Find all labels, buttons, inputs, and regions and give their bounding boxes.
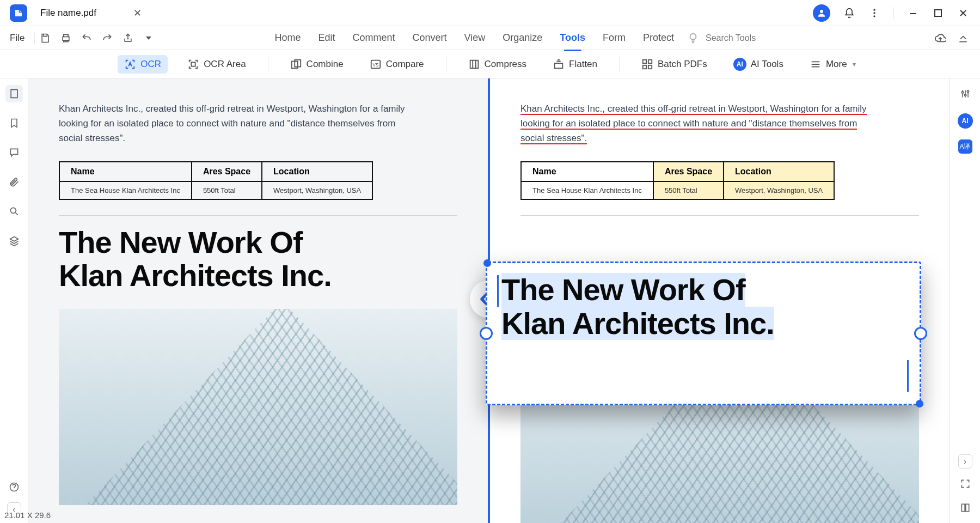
bell-icon[interactable] [843, 7, 855, 19]
svg-point-22 [961, 92, 963, 93]
svg-rect-14 [555, 63, 563, 68]
menubar: File Home Edit Comment Convert View Orga… [0, 26, 980, 50]
page-title-left: The New Work Of Klan Architects Inc. [59, 226, 457, 293]
file-tab-label: File name.pdf [40, 8, 96, 19]
compare-icon: VS [370, 58, 382, 70]
user-avatar[interactable] [813, 4, 830, 22]
close-tab-icon[interactable]: ✕ [129, 7, 146, 19]
left-rail: ‹ [0, 78, 28, 523]
more-icon [810, 58, 822, 70]
thumbnails-icon[interactable] [5, 85, 23, 102]
compress-icon [468, 58, 480, 70]
svg-point-0 [820, 10, 823, 13]
tab-tools[interactable]: Tools [560, 29, 585, 47]
text-cursor-start [497, 275, 499, 307]
tab-protect[interactable]: Protect [643, 29, 674, 47]
window-close-icon[interactable] [957, 7, 969, 19]
selection-handle-right[interactable] [914, 327, 927, 340]
file-menu[interactable]: File [4, 31, 30, 46]
editable-title[interactable]: The New Work Of Klan Architects Inc. [501, 273, 905, 340]
redo-icon[interactable] [101, 32, 113, 44]
bookmark-icon[interactable] [5, 114, 23, 132]
svg-rect-15 [643, 59, 646, 63]
flatten-button[interactable]: Flatten [546, 55, 604, 74]
file-tab[interactable]: File name.pdf ✕ [32, 0, 155, 26]
cloud-upload-icon[interactable] [934, 32, 946, 44]
tab-form[interactable]: Form [603, 29, 626, 47]
text-cursor-end [907, 360, 909, 392]
page-layout-icon[interactable] [957, 499, 974, 516]
page-original[interactable]: Khan Architects Inc., created this off-g… [28, 78, 488, 523]
svg-point-7 [690, 33, 696, 39]
tab-convert[interactable]: Convert [412, 29, 446, 47]
tab-edit[interactable]: Edit [318, 29, 335, 47]
selection-handle-tl[interactable] [483, 259, 491, 267]
svg-rect-25 [961, 504, 965, 511]
svg-point-2 [873, 12, 875, 14]
workspace: ‹ Khan Architects Inc., created this off… [0, 78, 980, 523]
svg-point-23 [964, 94, 966, 96]
svg-point-24 [967, 90, 969, 92]
titlebar: File name.pdf ✕ [0, 0, 980, 26]
selection-handle-left[interactable] [480, 327, 493, 340]
ai-icon: AI [733, 58, 746, 71]
flatten-icon [553, 58, 565, 70]
search-tools-input[interactable] [706, 33, 782, 43]
tab-home[interactable]: Home [274, 29, 301, 47]
svg-rect-8 [191, 62, 195, 66]
intro-text-left: Khan Architects Inc., created this off-g… [59, 101, 407, 146]
compare-button[interactable]: VS Compare [363, 55, 431, 74]
chevron-down-icon: ▾ [853, 60, 856, 68]
svg-rect-6 [63, 37, 70, 40]
svg-point-3 [873, 15, 875, 17]
collapse-up-icon[interactable] [957, 32, 969, 44]
ocr-button[interactable]: OCR [118, 55, 168, 74]
dropdown-icon[interactable] [143, 32, 155, 44]
help-icon[interactable] [5, 478, 23, 496]
tools-toolbar: OCR OCR Area Combine VS Compare Compress… [0, 50, 980, 78]
attachment-icon[interactable] [5, 173, 23, 191]
ocr-area-button[interactable]: OCR Area [181, 55, 252, 74]
svg-rect-13 [470, 60, 478, 68]
save-icon[interactable] [39, 32, 51, 44]
compress-button[interactable]: Compress [462, 55, 533, 74]
window-maximize-icon[interactable] [932, 7, 944, 19]
combine-button[interactable]: Combine [284, 55, 350, 74]
sliders-icon[interactable] [957, 85, 974, 102]
window-minimize-icon[interactable] [907, 7, 919, 19]
app-logo[interactable] [10, 4, 27, 22]
print-icon[interactable] [60, 32, 72, 44]
share-icon[interactable] [122, 32, 134, 44]
info-table-right: NameAres SpaceLocation The Sea House Kla… [520, 161, 835, 200]
svg-rect-4 [910, 13, 916, 14]
comment-icon[interactable] [5, 144, 23, 161]
text-edit-selection[interactable]: The New Work Of Klan Architects Inc. [486, 262, 921, 405]
kebab-menu-icon[interactable] [868, 7, 880, 19]
main-tabs: Home Edit Comment Convert View Organize … [274, 29, 674, 47]
ocr-icon [124, 58, 136, 70]
svg-rect-19 [11, 90, 17, 98]
svg-text:VS: VS [372, 62, 379, 67]
info-table-left: NameAres SpaceLocation The Sea House Kla… [59, 161, 373, 200]
intro-text-right: Khan Architects Inc., created this off-g… [520, 101, 869, 146]
ai-tools-button[interactable]: AI AI Tools [727, 54, 790, 74]
lightbulb-icon[interactable] [687, 32, 699, 44]
fit-screen-icon[interactable] [957, 475, 974, 492]
search-icon[interactable] [5, 203, 23, 220]
layers-icon[interactable] [5, 232, 23, 250]
more-button[interactable]: More ▾ [803, 55, 862, 74]
batch-button[interactable]: Batch PDFs [635, 55, 714, 74]
undo-icon[interactable] [81, 32, 93, 44]
ai-assistant-icon[interactable]: AI [958, 113, 973, 129]
svg-rect-16 [648, 59, 652, 63]
svg-rect-17 [643, 65, 646, 68]
selection-handle-br[interactable] [916, 400, 923, 408]
tab-comment[interactable]: Comment [352, 29, 395, 47]
svg-point-1 [873, 9, 875, 10]
building-image-left [59, 309, 457, 505]
collapse-right-icon[interactable]: › [958, 454, 972, 469]
tab-view[interactable]: View [464, 29, 486, 47]
batch-icon [641, 58, 653, 70]
tab-organize[interactable]: Organize [503, 29, 542, 47]
translate-icon[interactable]: A译 [958, 139, 972, 154]
